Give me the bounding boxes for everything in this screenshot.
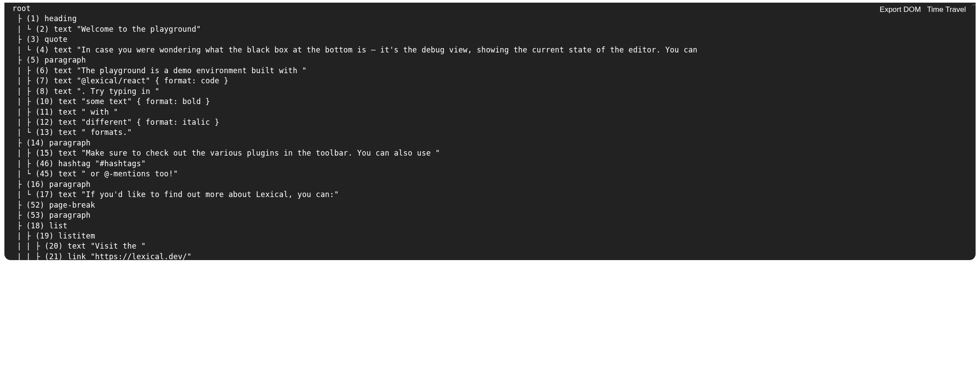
time-travel-button[interactable]: Time Travel: [927, 5, 966, 14]
export-dom-button[interactable]: Export DOM: [880, 5, 921, 14]
debug-tree-scroll[interactable]: root ├ (1) heading | └ (2) text "Welcome…: [4, 3, 976, 260]
resize-handle-icon[interactable]: ⌄⌄: [972, 3, 976, 7]
debug-tree-panel: ⌄⌄ Export DOM Time Travel root ├ (1) hea…: [4, 3, 976, 260]
debug-tree-output: root ├ (1) heading | └ (2) text "Welcome…: [12, 4, 976, 260]
debug-toolbar: Export DOM Time Travel: [880, 5, 966, 14]
